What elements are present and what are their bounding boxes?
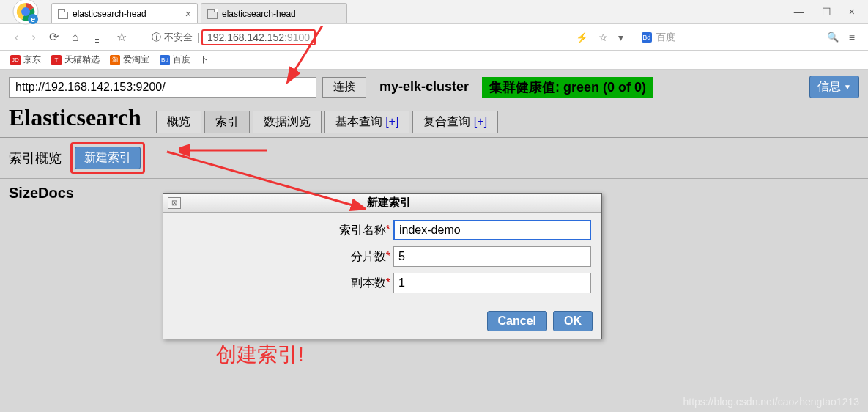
annotation-text: 创建索引! [216,341,304,369]
search-input[interactable]: Bd 百度 🔍 [634,31,839,44]
new-index-dialog: ⊠ 新建索引 索引名称* 分片数* 副本数* Cancel OK [163,193,602,339]
tab-indices[interactable]: 索引 [204,111,250,133]
bookmarks-bar: JD京东 T天猫精选 淘爱淘宝 Bd百度一下 [0,51,868,70]
index-name-label: 索引名称* [174,223,393,238]
replicas-input[interactable] [393,273,591,293]
dialog-close-icon[interactable]: ⊠ [168,197,181,209]
window-controls: — ☐ × [794,6,868,23]
document-icon [207,9,218,19]
bookmark-taobao[interactable]: 淘爱淘宝 [110,54,149,66]
reload-icon[interactable]: ⟳ [49,30,59,44]
tab-title: elasticsearch-head [222,9,296,19]
new-index-highlight: 新建索引 [70,142,145,174]
connect-button[interactable]: 连接 [322,77,366,98]
browser-logo: e [0,0,51,23]
menu-icon[interactable]: ≡ [849,32,855,43]
bookmark-jd[interactable]: JD京东 [10,54,41,66]
flash-icon[interactable]: ⚡ [576,32,588,43]
cancel-button[interactable]: Cancel [487,311,547,331]
ok-button[interactable]: OK [553,311,593,331]
tab-compound-query[interactable]: 复合查询 [+] [412,111,498,133]
tab-overview[interactable]: 概览 [156,111,201,133]
index-name-input[interactable] [393,220,591,240]
cluster-name: my-elk-cluster [379,79,469,95]
tab-strip: elasticsearch-head × elasticsearch-head [51,3,794,23]
close-icon[interactable]: × [179,8,191,20]
tab-basic-query[interactable]: 基本查询 [+] [324,111,410,133]
health-badge: 集群健康值: green (0 of 0) [482,77,653,98]
info-icon: ⓘ [152,31,161,44]
tab-title: elasticsearch-head [73,9,146,19]
star-outline-icon[interactable]: ☆ [598,32,608,43]
url-host: 192.168.142.152 [207,32,284,43]
insecure-badge: ⓘ 不安全 [152,31,193,44]
tab-inactive[interactable]: elasticsearch-head [201,3,347,23]
maximize-icon[interactable]: ☐ [822,6,831,18]
home-icon[interactable]: ⌂ [72,31,79,44]
tab-browse[interactable]: 数据浏览 [253,111,322,133]
url-highlight-box: 192.168.142.152:9100 [201,29,316,45]
chevron-down-icon[interactable]: ▾ [618,32,623,43]
index-overview-label: 索引概览 [9,150,62,167]
shards-label: 分片数* [174,249,393,265]
baidu-icon: Bd [642,32,652,43]
forward-icon[interactable]: › [31,31,35,44]
address-bar[interactable]: ⓘ 不安全 | 192.168.142.152:9100 [144,27,560,48]
search-icon[interactable]: 🔍 [827,32,839,43]
replicas-label: 副本数* [174,276,393,291]
watermark: https://blog.csdn.net/caozhengtao1213 [683,396,859,408]
dialog-title: 新建索引 [181,196,597,210]
svg-text:e: e [31,15,35,23]
tab-active[interactable]: elasticsearch-head × [51,3,198,23]
download-icon[interactable]: ⭳ [92,31,103,44]
shards-input[interactable] [393,246,591,267]
info-dropdown[interactable]: 信息 [809,76,859,98]
document-icon [58,9,68,19]
url-port: :9100 [284,32,310,43]
back-icon[interactable]: ‹ [15,31,18,44]
star-icon[interactable]: ☆ [116,30,127,44]
new-index-button[interactable]: 新建索引 [75,147,141,169]
app-title: Elasticsearch [9,104,141,131]
minimize-icon[interactable]: — [794,6,804,18]
close-icon[interactable]: × [849,6,855,18]
cluster-url-input[interactable] [9,77,316,98]
bookmark-baidu[interactable]: Bd百度一下 [160,54,208,66]
bookmark-tmall[interactable]: T天猫精选 [51,54,100,66]
